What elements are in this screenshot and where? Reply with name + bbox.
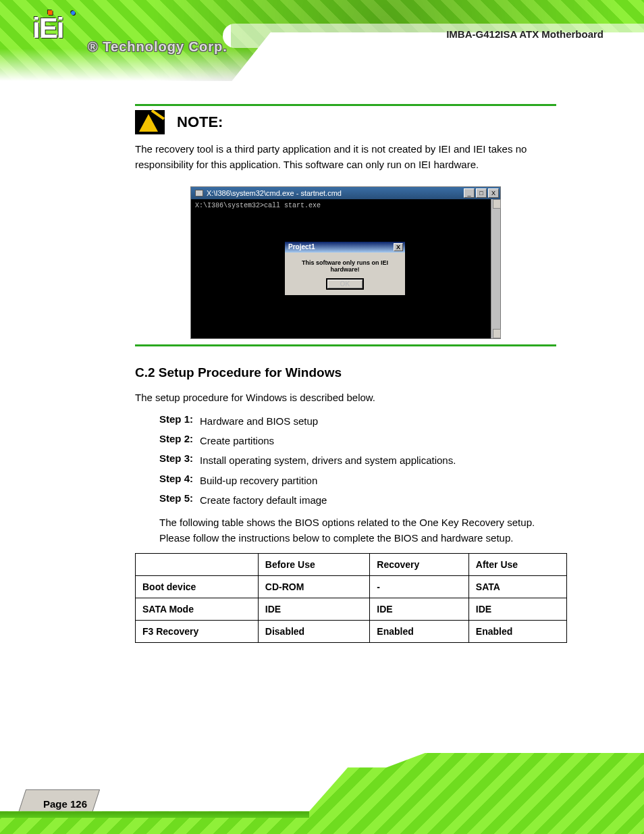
step-1: Step 1: Hardware and BIOS setup [135,413,556,429]
step-3: Step 3: Install operating system, driver… [135,452,556,468]
step-5: Step 5: Create factory default image [135,492,556,508]
cell: IDE [468,598,566,620]
maximize-button[interactable]: □ [476,188,487,198]
step-2-text: Create partitions [200,433,274,448]
note-block: NOTE: The recovery tool is a third party… [135,110,556,339]
th-recovery: Recovery [370,553,469,575]
step-2-label: Step 2: [159,433,193,448]
brand-subtitle: ® Technology Corp. [88,39,227,55]
brand-sub-text: Technology Corp. [103,39,227,54]
divider-top [135,104,556,106]
cmd-icon [195,190,203,197]
cell: Disabled [258,620,369,642]
cell: IDE [258,598,369,620]
step-1-text: Hardware and BIOS setup [200,413,318,429]
cell: SATA Mode [136,598,259,620]
window-controls: _ □ X [464,188,499,198]
cell: Enabled [468,620,566,642]
table-row: SATA Mode IDE IDE IDE [136,598,567,620]
logo-dot-orange: ■ [47,7,51,18]
cmd-titlebar: X:\I386\system32\cmd.exe - startnet.cmd … [191,187,500,199]
step-4: Step 4: Build-up recovery partition [135,473,556,488]
divider-bottom [135,344,556,346]
cell: Enabled [370,620,469,642]
page-number: Page 126 [43,798,87,810]
th-before: Before Use [258,553,369,575]
cell: F3 Recovery [136,620,259,642]
ok-button[interactable]: OK [326,278,364,290]
warning-check-icon [135,110,165,134]
close-button[interactable]: X [488,188,499,198]
dialog-title: Project1 [288,243,315,251]
cmd-title-text: X:\I386\system32\cmd.exe - startnet.cmd [207,189,342,197]
th-blank [136,553,259,575]
section-intro: The setup procedure for Windows is descr… [135,390,556,405]
footer-banner [0,753,644,834]
table-header-row: Before Use Recovery After Use [136,553,567,575]
dialog-close-button[interactable]: X [394,243,403,251]
minimize-button[interactable]: _ [464,188,475,198]
bios-table: Before Use Recovery After Use Boot devic… [135,553,567,643]
cmd-prompt-line: X:\I386\system32>call start.exe [195,202,496,209]
step-5-label: Step 5: [159,492,193,508]
cell: CD-ROM [258,575,369,598]
note-body: The recovery tool is a third party appli… [135,141,556,173]
th-after: After Use [468,553,566,575]
logo-reg: ® [88,39,99,54]
cell: Boot device [136,575,259,598]
cell: - [370,575,469,598]
cell: SATA [468,575,566,598]
cmd-body: X:\I386\system32>call start.exe Project1… [191,199,500,338]
cmd-window: X:\I386\system32\cmd.exe - startnet.cmd … [190,186,501,339]
screenshot-wrap: X:\I386\system32\cmd.exe - startnet.cmd … [135,186,556,339]
step-3-text: Install operating system, drivers and sy… [200,452,456,468]
step-3-label: Step 3: [159,452,193,468]
scrollbar[interactable] [491,199,500,338]
dialog-body: This software only runs on IEI hardware!… [285,253,405,295]
step-5-text: Create factory default image [200,492,327,508]
section-heading: C.2 Setup Procedure for Windows [135,365,556,380]
dialog-titlebar: Project1 X [285,242,405,253]
logo-text: iEi ■ ● [32,12,63,45]
cmd-title: X:\I386\system32\cmd.exe - startnet.cmd [195,189,342,197]
logo-dot-blue: ● [70,7,74,18]
table-row: Boot device CD-ROM - SATA [136,575,567,598]
step-1-label: Step 1: [159,413,193,429]
cell: IDE [370,598,469,620]
note-title: NOTE: [177,113,223,131]
step-4-text: Build-up recovery partition [200,473,317,488]
logo: iEi ■ ● [32,12,63,45]
step-4-label: Step 4: [159,473,193,488]
dialog-message: This software only runs on IEI hardware! [290,259,400,273]
table-intro: The following table shows the BIOS optio… [159,515,556,546]
table-row: F3 Recovery Disabled Enabled Enabled [136,620,567,642]
step-2: Step 2: Create partitions [135,433,556,448]
note-head: NOTE: [135,110,556,134]
content: NOTE: The recovery tool is a third party… [135,100,556,643]
dialog: Project1 X This software only runs on IE… [284,241,406,296]
product-title: IMBA-G412ISA ATX Motherboard [446,28,603,40]
